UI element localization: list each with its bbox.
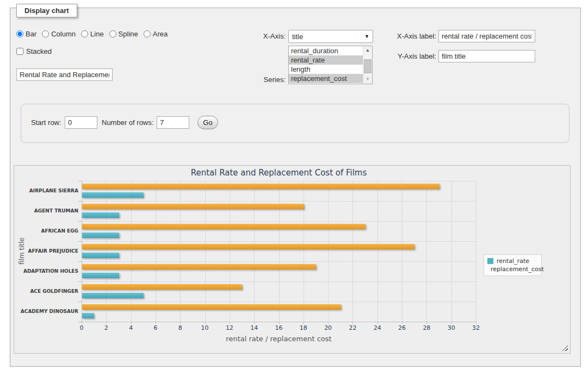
bar-rental_rate[interactable]: [82, 313, 94, 318]
display-chart-legend-text: Display chart: [24, 7, 69, 15]
resize-handle-icon[interactable]: [562, 345, 568, 351]
x-axis-tick-label: 24: [367, 324, 388, 331]
chart-type-radio-column[interactable]: [42, 30, 49, 37]
chart-type-option-area: Area: [144, 30, 168, 38]
x-axis-tick-label: 16: [268, 324, 290, 331]
chart-type-radio-area[interactable]: [144, 30, 151, 37]
chart-type-radio-label: Area: [153, 30, 168, 38]
bar-rental_rate[interactable]: [82, 212, 119, 218]
category-label: AIRPLANE SIERRA: [17, 188, 78, 194]
x-axis-tick-label: 8: [169, 324, 191, 331]
x-axis-tick: [254, 322, 255, 324]
gridline: [106, 181, 107, 322]
gridline: [426, 181, 427, 322]
bar-rental_rate[interactable]: [82, 233, 119, 238]
x-axis-tick-label: 10: [194, 324, 216, 331]
gridline: [402, 181, 403, 322]
chart-title-input[interactable]: [16, 68, 113, 81]
x-axis-label-input[interactable]: [438, 30, 535, 42]
x-axis-tick-label: 22: [342, 324, 363, 331]
bar-replacement_cost[interactable]: [82, 304, 341, 310]
x-axis-tick-label: 2: [95, 324, 117, 331]
scroll-up-icon[interactable]: ▲: [363, 46, 372, 55]
stacked-checkbox[interactable]: [16, 48, 23, 55]
legend-item-rental_rate[interactable]: rental_rate: [487, 257, 538, 265]
x-axis-tick-label: 6: [145, 324, 166, 331]
gridline: [352, 181, 353, 322]
chart-type-radio-line[interactable]: [81, 30, 88, 37]
gridline: [377, 181, 378, 322]
chart-legend: rental_ratereplacement_cost: [484, 254, 542, 276]
chart-type-option-column: Column: [42, 30, 76, 38]
category-label: AGENT TRUMAN: [17, 208, 78, 214]
series-option-rental_duration[interactable]: rental_duration: [289, 46, 363, 55]
category-label: AFFAIR PREJUDICE: [17, 248, 78, 254]
category-label: AFRICAN EGG: [17, 228, 78, 234]
legend-swatch-icon: [487, 258, 493, 264]
start-row-label: Start row:: [31, 118, 61, 127]
series-option-replacement_cost[interactable]: replacement_cost: [289, 74, 363, 83]
x-axis-tick-label: 14: [243, 324, 265, 331]
chart-type-radio-label: Bar: [26, 30, 36, 38]
series-label: Series:: [234, 76, 286, 84]
x-axis-tick: [106, 322, 107, 324]
series-scrollbar[interactable]: ▲ ▼: [363, 46, 372, 84]
series-listbox[interactable]: rental_durationrental_ratelengthreplacem…: [288, 46, 373, 84]
chart-type-radio-spline[interactable]: [109, 30, 116, 37]
x-axis-tick: [328, 322, 329, 324]
go-button[interactable]: Go: [197, 116, 218, 129]
bar-rental_rate[interactable]: [82, 192, 144, 198]
bar-replacement_cost[interactable]: [82, 284, 242, 290]
x-axis-tick-label: 20: [317, 324, 339, 331]
gridline: [304, 181, 304, 322]
bar-replacement_cost[interactable]: [82, 244, 414, 249]
chart-type-option-line: Line: [81, 30, 104, 38]
x-axis-tick-label: 0: [71, 324, 92, 331]
x-axis-select-value: title: [292, 33, 303, 41]
row-controls-panel: Start row: Number of rows: Go: [21, 104, 570, 143]
scroll-down-icon[interactable]: ▼: [363, 75, 372, 84]
chart-type-radio-label: Column: [51, 30, 76, 38]
chart-type-radio-group: BarColumnLineSplineArea: [16, 30, 168, 38]
gridline: [205, 181, 206, 322]
bar-replacement_cost[interactable]: [82, 224, 366, 229]
x-axis-tick: [230, 322, 230, 324]
x-axis-tick: [426, 322, 427, 324]
series-options: rental_durationrental_ratelengthreplacem…: [289, 46, 363, 84]
bar-rental_rate[interactable]: [82, 273, 119, 278]
gridline: [476, 181, 476, 322]
legend-item-replacement_cost[interactable]: replacement_cost: [487, 265, 538, 273]
chart-type-option-spline: Spline: [109, 30, 138, 38]
bar-replacement_cost[interactable]: [82, 184, 440, 189]
x-axis-tick-label: 4: [120, 324, 142, 331]
num-rows-label: Number of rows:: [102, 118, 153, 127]
x-axis-tick: [205, 322, 206, 324]
num-rows-input[interactable]: [157, 116, 189, 129]
x-axis-select[interactable]: title ▼: [288, 30, 373, 43]
bar-replacement_cost[interactable]: [82, 204, 304, 209]
scrollbar-thumb[interactable]: [364, 59, 372, 73]
gridline: [82, 181, 82, 322]
bar-rental_rate[interactable]: [82, 293, 144, 298]
category-label: ACADEMY DINOSAUR: [17, 309, 78, 315]
start-row-input[interactable]: [65, 116, 97, 129]
gridline: [131, 181, 132, 322]
gridline: [279, 181, 280, 322]
page: Display chart BarColumnLineSplineArea St…: [0, 0, 588, 370]
series-option-length[interactable]: length: [289, 65, 363, 74]
x-axis-tick-label: 28: [416, 324, 437, 331]
x-axis-label: X-Axis:: [234, 32, 286, 40]
x-axis-tick-label: 32: [465, 324, 487, 331]
gridline: [180, 181, 181, 322]
y-axis-title: film title: [18, 237, 26, 265]
plot-area: 02468101214161820222426283032AIRPLANE SI…: [82, 181, 476, 322]
y-axis-label-input[interactable]: [438, 50, 535, 62]
bar-replacement_cost[interactable]: [82, 264, 316, 269]
series-option-rental_rate[interactable]: rental_rate: [289, 55, 363, 65]
display-chart-legend: Display chart: [16, 4, 77, 17]
x-axis-tick-label: 18: [293, 324, 314, 331]
chart-type-radio-bar[interactable]: [16, 30, 23, 37]
bar-rental_rate[interactable]: [82, 253, 119, 258]
x-axis-tick: [476, 322, 476, 324]
x-axis-title: rental rate / replacement cost: [82, 335, 476, 343]
